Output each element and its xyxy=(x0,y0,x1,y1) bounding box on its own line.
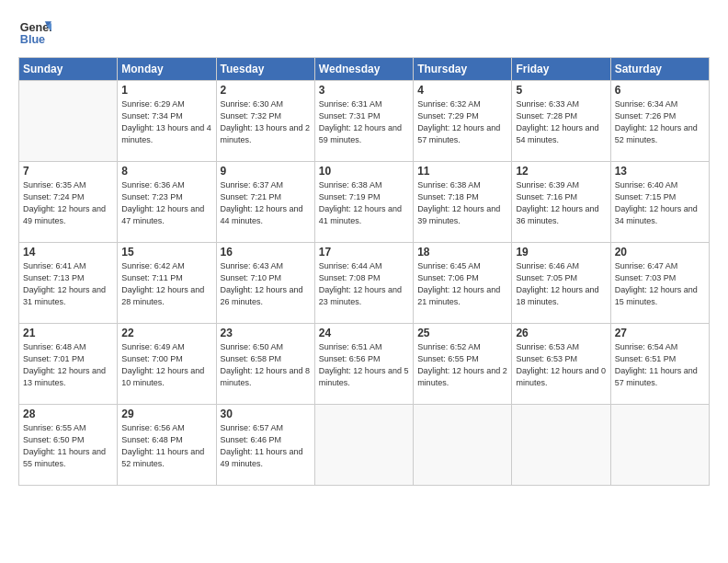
day-info: Sunrise: 6:51 AMSunset: 6:56 PMDaylight:… xyxy=(319,341,409,389)
weekday-header-sunday: Sunday xyxy=(19,58,118,81)
day-info: Sunrise: 6:39 AMSunset: 7:16 PMDaylight:… xyxy=(516,179,606,227)
day-number: 17 xyxy=(319,246,409,259)
day-number: 22 xyxy=(121,327,211,339)
day-cell: 5Sunrise: 6:33 AMSunset: 7:28 PMDaylight… xyxy=(512,81,610,162)
page: General Blue SundayMondayTuesdayWednesda… xyxy=(0,0,728,563)
week-row-1: 7Sunrise: 6:35 AMSunset: 7:24 PMDaylight… xyxy=(19,162,710,243)
day-number: 23 xyxy=(221,327,311,339)
day-cell: 29Sunrise: 6:56 AMSunset: 6:48 PMDayligh… xyxy=(118,405,216,486)
day-cell xyxy=(414,405,512,486)
day-number: 29 xyxy=(121,408,211,420)
day-number: 1 xyxy=(121,84,211,97)
day-info: Sunrise: 6:37 AMSunset: 7:21 PMDaylight:… xyxy=(221,179,311,227)
day-cell: 14Sunrise: 6:41 AMSunset: 7:13 PMDayligh… xyxy=(19,243,118,324)
weekday-header-tuesday: Tuesday xyxy=(216,58,314,81)
day-cell: 24Sunrise: 6:51 AMSunset: 6:56 PMDayligh… xyxy=(314,324,413,405)
day-info: Sunrise: 6:33 AMSunset: 7:28 PMDaylight:… xyxy=(516,98,606,146)
day-number: 19 xyxy=(516,246,606,259)
day-number: 3 xyxy=(319,84,409,97)
day-cell: 4Sunrise: 6:32 AMSunset: 7:29 PMDaylight… xyxy=(414,81,512,162)
weekday-header-thursday: Thursday xyxy=(414,58,512,81)
day-cell: 30Sunrise: 6:57 AMSunset: 6:46 PMDayligh… xyxy=(216,405,314,486)
week-row-4: 28Sunrise: 6:55 AMSunset: 6:50 PMDayligh… xyxy=(19,405,710,486)
day-cell: 18Sunrise: 6:45 AMSunset: 7:06 PMDayligh… xyxy=(414,243,512,324)
day-cell: 19Sunrise: 6:46 AMSunset: 7:05 PMDayligh… xyxy=(512,243,610,324)
day-cell: 2Sunrise: 6:30 AMSunset: 7:32 PMDaylight… xyxy=(216,81,314,162)
day-info: Sunrise: 6:47 AMSunset: 7:03 PMDaylight:… xyxy=(615,260,705,308)
day-info: Sunrise: 6:35 AMSunset: 7:24 PMDaylight:… xyxy=(23,179,113,227)
day-number: 21 xyxy=(23,327,113,339)
day-number: 15 xyxy=(121,246,211,259)
day-info: Sunrise: 6:50 AMSunset: 6:58 PMDaylight:… xyxy=(221,341,311,389)
day-cell: 8Sunrise: 6:36 AMSunset: 7:23 PMDaylight… xyxy=(118,162,216,243)
day-number: 16 xyxy=(221,246,311,259)
day-number: 13 xyxy=(615,165,705,178)
day-cell: 28Sunrise: 6:55 AMSunset: 6:50 PMDayligh… xyxy=(19,405,118,486)
day-number: 4 xyxy=(417,84,507,97)
day-info: Sunrise: 6:42 AMSunset: 7:11 PMDaylight:… xyxy=(121,260,211,308)
day-info: Sunrise: 6:53 AMSunset: 6:53 PMDaylight:… xyxy=(516,341,606,389)
logo-icon: General Blue xyxy=(18,15,51,48)
day-info: Sunrise: 6:45 AMSunset: 7:06 PMDaylight:… xyxy=(417,260,507,308)
weekday-header-row: SundayMondayTuesdayWednesdayThursdayFrid… xyxy=(19,58,710,81)
day-info: Sunrise: 6:29 AMSunset: 7:34 PMDaylight:… xyxy=(121,98,211,146)
day-cell: 6Sunrise: 6:34 AMSunset: 7:26 PMDaylight… xyxy=(610,81,709,162)
day-info: Sunrise: 6:55 AMSunset: 6:50 PMDaylight:… xyxy=(23,422,113,470)
day-cell: 15Sunrise: 6:42 AMSunset: 7:11 PMDayligh… xyxy=(118,243,216,324)
day-cell xyxy=(512,405,610,486)
day-cell: 17Sunrise: 6:44 AMSunset: 7:08 PMDayligh… xyxy=(314,243,413,324)
day-cell: 26Sunrise: 6:53 AMSunset: 6:53 PMDayligh… xyxy=(512,324,610,405)
calendar-body: 1Sunrise: 6:29 AMSunset: 7:34 PMDaylight… xyxy=(19,81,710,486)
day-number: 14 xyxy=(23,246,113,259)
day-number: 11 xyxy=(417,165,507,178)
day-cell: 12Sunrise: 6:39 AMSunset: 7:16 PMDayligh… xyxy=(512,162,610,243)
day-info: Sunrise: 6:36 AMSunset: 7:23 PMDaylight:… xyxy=(121,179,211,227)
day-cell xyxy=(610,405,709,486)
day-info: Sunrise: 6:46 AMSunset: 7:05 PMDaylight:… xyxy=(516,260,606,308)
day-number: 7 xyxy=(23,165,113,178)
day-number: 18 xyxy=(417,246,507,259)
day-cell: 13Sunrise: 6:40 AMSunset: 7:15 PMDayligh… xyxy=(610,162,709,243)
day-info: Sunrise: 6:54 AMSunset: 6:51 PMDaylight:… xyxy=(615,341,705,389)
day-number: 26 xyxy=(516,327,606,339)
day-cell: 9Sunrise: 6:37 AMSunset: 7:21 PMDaylight… xyxy=(216,162,314,243)
day-info: Sunrise: 6:48 AMSunset: 7:01 PMDaylight:… xyxy=(23,341,113,389)
day-info: Sunrise: 6:43 AMSunset: 7:10 PMDaylight:… xyxy=(221,260,311,308)
day-cell: 1Sunrise: 6:29 AMSunset: 7:34 PMDaylight… xyxy=(118,81,216,162)
day-cell: 3Sunrise: 6:31 AMSunset: 7:31 PMDaylight… xyxy=(314,81,413,162)
day-info: Sunrise: 6:30 AMSunset: 7:32 PMDaylight:… xyxy=(221,98,311,146)
day-number: 28 xyxy=(23,408,113,420)
day-info: Sunrise: 6:31 AMSunset: 7:31 PMDaylight:… xyxy=(319,98,409,146)
day-number: 25 xyxy=(417,327,507,339)
week-row-3: 21Sunrise: 6:48 AMSunset: 7:01 PMDayligh… xyxy=(19,324,710,405)
calendar-table: SundayMondayTuesdayWednesdayThursdayFrid… xyxy=(18,57,710,486)
header: General Blue xyxy=(18,15,710,48)
weekday-header-saturday: Saturday xyxy=(610,58,709,81)
day-info: Sunrise: 6:56 AMSunset: 6:48 PMDaylight:… xyxy=(121,422,211,470)
day-number: 20 xyxy=(615,246,705,259)
day-number: 5 xyxy=(516,84,606,97)
day-cell: 25Sunrise: 6:52 AMSunset: 6:55 PMDayligh… xyxy=(414,324,512,405)
weekday-header-wednesday: Wednesday xyxy=(314,58,413,81)
day-cell xyxy=(19,81,118,162)
day-number: 10 xyxy=(319,165,409,178)
day-info: Sunrise: 6:41 AMSunset: 7:13 PMDaylight:… xyxy=(23,260,113,308)
day-cell xyxy=(314,405,413,486)
week-row-0: 1Sunrise: 6:29 AMSunset: 7:34 PMDaylight… xyxy=(19,81,710,162)
day-cell: 11Sunrise: 6:38 AMSunset: 7:18 PMDayligh… xyxy=(414,162,512,243)
day-cell: 21Sunrise: 6:48 AMSunset: 7:01 PMDayligh… xyxy=(19,324,118,405)
day-info: Sunrise: 6:52 AMSunset: 6:55 PMDaylight:… xyxy=(417,341,507,389)
day-info: Sunrise: 6:34 AMSunset: 7:26 PMDaylight:… xyxy=(615,98,705,146)
day-cell: 16Sunrise: 6:43 AMSunset: 7:10 PMDayligh… xyxy=(216,243,314,324)
week-row-2: 14Sunrise: 6:41 AMSunset: 7:13 PMDayligh… xyxy=(19,243,710,324)
day-number: 12 xyxy=(516,165,606,178)
day-number: 2 xyxy=(221,84,311,97)
day-info: Sunrise: 6:38 AMSunset: 7:18 PMDaylight:… xyxy=(417,179,507,227)
day-number: 9 xyxy=(221,165,311,178)
day-info: Sunrise: 6:57 AMSunset: 6:46 PMDaylight:… xyxy=(221,422,311,470)
day-number: 24 xyxy=(319,327,409,339)
day-cell: 20Sunrise: 6:47 AMSunset: 7:03 PMDayligh… xyxy=(610,243,709,324)
day-number: 8 xyxy=(121,165,211,178)
day-number: 6 xyxy=(615,84,705,97)
weekday-header-monday: Monday xyxy=(118,58,216,81)
